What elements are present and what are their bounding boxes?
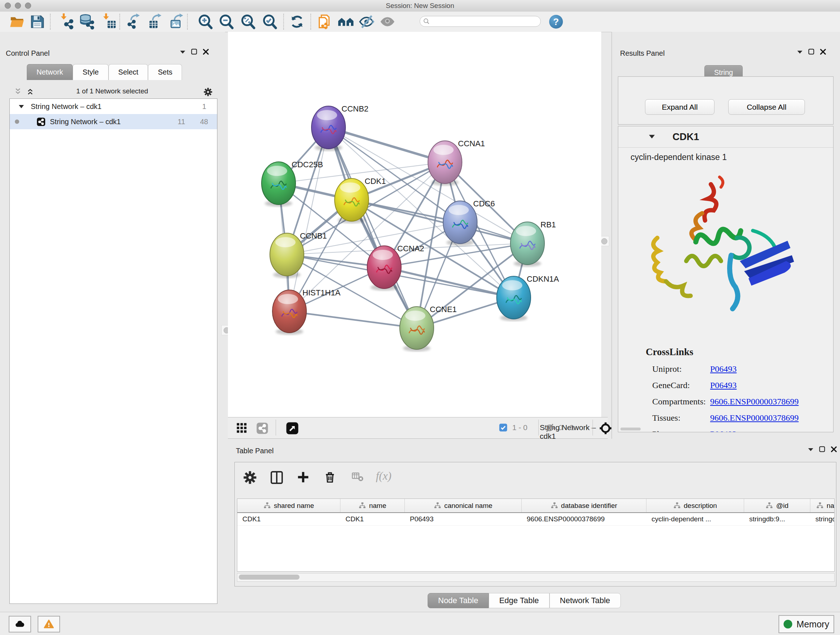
column-header-description[interactable]: description: [646, 499, 744, 512]
node-CDKN1A[interactable]: CDKN1A: [497, 274, 559, 321]
panel-menu-caret-icon[interactable]: [179, 48, 187, 56]
crosslink-link[interactable]: 9606.ENSP00000378699: [710, 413, 799, 423]
memory-button[interactable]: Memory: [778, 615, 834, 633]
node-label-CDC25B: CDC25B: [292, 160, 323, 169]
string-home-button[interactable]: [338, 13, 354, 30]
zoom-fit-content-button[interactable]: [240, 13, 256, 30]
help-button[interactable]: ?: [549, 15, 563, 29]
tab-edge-table[interactable]: Edge Table: [489, 593, 549, 608]
protein-name: CDK1: [673, 131, 699, 143]
import-network-from-file-button[interactable]: [58, 13, 74, 30]
save-session-button[interactable]: [29, 13, 46, 30]
import-table-from-file-button[interactable]: [100, 13, 117, 30]
edge-CCNA2-CDKN1A[interactable]: [384, 267, 514, 298]
crosslink-link[interactable]: P06493: [710, 364, 737, 374]
table-close-icon[interactable]: [830, 445, 838, 453]
edge-CCNB2-CCNE1[interactable]: [328, 127, 417, 328]
crosslink-label: Tissues:: [652, 413, 710, 423]
export-image-icon: [170, 13, 186, 30]
crosslink-row: Compartments: 9606.ENSP00000378699: [652, 397, 833, 407]
network-graph[interactable]: CCNB2 CCNA1 CDC25B CDK1 CDC6 RB1 CCNB1 C…: [228, 32, 601, 417]
table-horizontal-scrollbar[interactable]: [237, 573, 835, 582]
cloud-status-button[interactable]: [9, 616, 31, 632]
selected-checkbox-icon[interactable]: [499, 423, 507, 431]
network-options-gear-icon[interactable]: [203, 87, 211, 95]
hide-selected-button[interactable]: [358, 13, 375, 30]
export-image-button[interactable]: [170, 13, 186, 30]
table-row[interactable]: CDK1CDK1P064939606.ENSP00000378699cyclin…: [237, 513, 834, 526]
table-options-gear-icon[interactable]: [243, 470, 259, 486]
results-float-icon[interactable]: [807, 48, 815, 56]
column-header-canonical-name[interactable]: canonical name: [405, 499, 522, 512]
zoom-out-button[interactable]: [218, 13, 235, 30]
edge-CDK1-RB1[interactable]: [352, 200, 527, 243]
protein-section-header[interactable]: CDK1: [618, 126, 833, 148]
search-input[interactable]: [430, 17, 533, 25]
birds-eye-view-icon[interactable]: [599, 422, 607, 430]
zoom-selected-button[interactable]: [262, 13, 278, 30]
network-collection-row[interactable]: String Network – cdk1 1: [10, 99, 217, 114]
node-RB1[interactable]: RB1: [510, 220, 556, 267]
table-menu-caret-icon[interactable]: [807, 445, 815, 453]
cytoscape-window: Session: New Session ? Control Panel Net…: [0, 0, 840, 635]
edge-CCNB2-HIST1H1A[interactable]: [289, 127, 328, 311]
column-header-database-identifier[interactable]: database identifier: [522, 499, 646, 512]
collapse-all-button[interactable]: Collapse All: [728, 99, 805, 115]
edge-HIST1H1A-CCNE1[interactable]: [289, 311, 417, 328]
panel-close-icon[interactable]: [202, 48, 210, 56]
network-canvas[interactable]: CCNB2 CCNA1 CDC25B CDK1 CDC6 RB1 CCNB1 C…: [228, 32, 601, 417]
expand-all-button[interactable]: Expand All: [645, 99, 714, 115]
column-header-namespace[interactable]: namespace: [810, 499, 835, 512]
detach-view-icon[interactable]: [286, 422, 294, 430]
node-CCNB2[interactable]: CCNB2: [311, 104, 369, 151]
add-column-plus-icon[interactable]: [296, 470, 312, 486]
apply-preferred-layout-button[interactable]: [289, 13, 305, 30]
node-HIST1H1A[interactable]: HIST1H1A: [272, 288, 340, 335]
delete-column-trash-icon[interactable]: [323, 470, 339, 486]
column-header-name[interactable]: name: [340, 499, 405, 512]
tab-network[interactable]: Network: [27, 64, 73, 80]
tab-style[interactable]: Style: [73, 64, 108, 80]
crosslink-link[interactable]: P06493: [710, 429, 737, 432]
tab-select[interactable]: Select: [109, 64, 148, 80]
node-CCNA1[interactable]: CCNA1: [428, 139, 485, 186]
tab-sets[interactable]: Sets: [148, 64, 182, 80]
node-CCNE1[interactable]: CCNE1: [400, 305, 457, 352]
show-columns-icon[interactable]: [270, 470, 286, 486]
hidden-node-edge-counts: 0 - 0: [559, 423, 574, 432]
table-scrollbar-thumb[interactable]: [239, 575, 300, 580]
warnings-button[interactable]: [38, 616, 60, 632]
results-menu-caret-icon[interactable]: [796, 48, 804, 56]
results-scrollbar[interactable]: [621, 428, 641, 431]
view-share-icon[interactable]: [256, 422, 264, 430]
import-network-from-database-button[interactable]: [79, 13, 95, 30]
node-CDC25B[interactable]: CDC25B: [262, 160, 323, 207]
warning-icon: [43, 619, 54, 630]
tab-node-table[interactable]: Node Table: [428, 593, 489, 608]
create-network-from-selection-button[interactable]: [316, 13, 332, 30]
toolbar-separator: [50, 14, 51, 30]
edge-CCNB2-CCNA1[interactable]: [328, 127, 445, 162]
collection-caret-icon[interactable]: [19, 104, 24, 109]
table-float-icon[interactable]: [818, 445, 826, 453]
zoom-in-button[interactable]: [197, 13, 214, 30]
panel-float-icon[interactable]: [190, 48, 198, 56]
table-cell: 9606.ENSP00000378699: [522, 513, 646, 525]
export-network-button[interactable]: [126, 13, 143, 30]
node-CDC6[interactable]: CDC6: [443, 199, 495, 246]
results-close-icon[interactable]: [819, 48, 827, 56]
open-session-button[interactable]: [9, 13, 25, 30]
search-box[interactable]: [420, 16, 541, 27]
toolbar-separator: [310, 14, 311, 30]
crosslink-row: GeneCard: P06493: [652, 380, 833, 390]
export-table-button[interactable]: [148, 13, 164, 30]
node-CCNA2[interactable]: CCNA2: [367, 244, 424, 291]
column-header-shared-name[interactable]: shared name: [237, 499, 340, 512]
network-row[interactable]: String Network – cdk1 11 48: [10, 114, 217, 129]
crosslink-link[interactable]: P06493: [710, 380, 737, 390]
tab-network-table[interactable]: Network Table: [549, 593, 621, 608]
crosslink-link[interactable]: 9606.ENSP00000378699: [710, 397, 799, 407]
protein-caret-icon[interactable]: [649, 134, 655, 139]
column-header--id[interactable]: @id: [744, 499, 810, 512]
view-grid-icon[interactable]: [236, 422, 248, 434]
